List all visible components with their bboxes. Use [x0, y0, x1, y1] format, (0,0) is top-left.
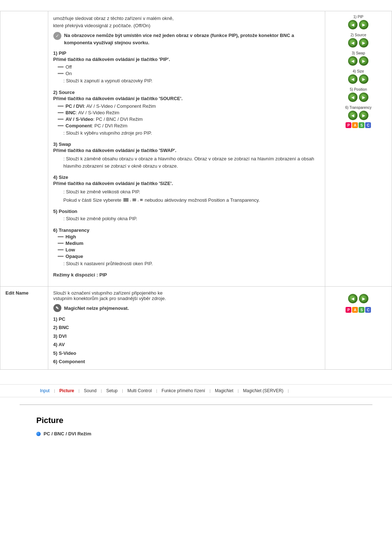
size-btn-right[interactable]: ▶	[359, 74, 368, 84]
source-av-bold: AV / S-Video	[66, 116, 93, 122]
position-btn-right-inner: ▶	[360, 94, 367, 100]
edit-name-btn-right[interactable]: ▶	[359, 294, 368, 303]
left-arrow-icon: ◀	[351, 41, 354, 45]
nav-multi-control[interactable]: Multi Control	[124, 387, 155, 394]
nav-sep-1: |	[53, 389, 56, 393]
size-btn-left[interactable]: ◀	[348, 74, 358, 84]
swap-side-label: 3) Swap	[330, 51, 387, 55]
left-arrow-icon: ◀	[351, 59, 354, 63]
pasc-s: S	[359, 307, 364, 313]
source-btn-right[interactable]: ▶	[359, 38, 368, 48]
page-wrapper: umožňuje sledovat obraz z těchto zařízen…	[0, 11, 392, 444]
source-comp-text: Component: PC / DVI Režim	[66, 123, 127, 128]
edit-name-content-cell: Slouží k označení vstupního zařízení při…	[48, 287, 325, 370]
nav-bar: Input | Picture | Sound | Setup | Multi …	[0, 384, 392, 397]
intro-text: umožňuje sledovat obraz z těchto zařízen…	[53, 15, 320, 29]
edit-name-item-2: 2) BNC	[53, 323, 320, 332]
edit-name-item-4: 4) AV	[53, 340, 320, 349]
size-medium-icon	[132, 198, 136, 201]
warning-text: Na obrazovce nemůže být umístěn více než…	[64, 32, 320, 46]
pasc-p: P	[346, 122, 351, 128]
source-btn-left[interactable]: ◀	[348, 38, 358, 48]
intro-line2: které překrývá videosignál z počítače. (…	[53, 23, 151, 28]
right-arrow-icon: ▶	[362, 59, 365, 63]
pip-btn-left[interactable]: ◀	[348, 20, 358, 29]
checkmark-icon: ✓	[53, 32, 61, 40]
size-section: 4) Size Přímé tlačítko na dálkovém ovlád…	[53, 175, 320, 204]
transparency-btn-right-inner: ▶	[360, 112, 367, 119]
transparency-side-section: 6) Transparency ◀ ▶	[330, 106, 387, 128]
nav-setup[interactable]: Setup	[103, 387, 121, 394]
position-side-label: 5) Position	[330, 87, 387, 91]
pasc-s: S	[359, 122, 364, 128]
size-icons: , ,	[123, 197, 143, 203]
dash-icon	[58, 249, 64, 250]
left-arrow-icon: ◀	[351, 95, 354, 99]
right-arrow-icon: ▶	[362, 77, 365, 81]
swap-btn-left[interactable]: ◀	[348, 56, 358, 66]
warning-box: ✓ Na obrazovce nemůže být umístěn více n…	[53, 32, 320, 46]
position-btn-left[interactable]: ◀	[348, 93, 358, 102]
dash-icon	[58, 73, 64, 74]
edit-name-side-cell: ◀ ▶ P A S	[325, 287, 392, 370]
edit-name-item-3: 3) DVI	[53, 332, 320, 340]
swap-desc: : Slouží k záměně obsahu obrazu v obraze…	[64, 155, 320, 169]
pip-on-label: On	[66, 71, 72, 76]
nav-funkce[interactable]: Funkce přímého řízení	[158, 387, 209, 394]
source-btn-pair: ◀ ▶	[330, 38, 387, 48]
transparency-low-label: Low	[66, 247, 75, 253]
nav-sep-6: |	[209, 389, 211, 393]
edit-name-btn-left[interactable]: ◀	[348, 294, 358, 303]
size-title: 4) Size	[53, 175, 320, 180]
swap-btn-left-inner: ◀	[350, 58, 356, 64]
nav-magicnet-server[interactable]: MagicNet (SERVER)	[240, 387, 287, 394]
source-comp-option: Component: PC / DVI Režim	[58, 123, 320, 128]
picture-title: Picture	[36, 416, 356, 425]
nav-items: Input | Picture | Sound | Setup | Multi …	[0, 387, 392, 394]
pip-btn-left-inner: ◀	[350, 21, 356, 28]
pip-btn-right[interactable]: ▶	[359, 20, 368, 29]
modes-title: Režimy k dispozici : PIP	[53, 272, 320, 278]
size-btn-right-inner: ▶	[360, 76, 367, 82]
pip-title: 1) PIP	[53, 50, 320, 56]
size-desc3-text: nebudou aktivovány možnosti Position a T…	[145, 197, 260, 203]
transparency-btn-left[interactable]: ◀	[348, 111, 358, 120]
right-arrow-icon: ▶	[362, 114, 365, 118]
size-desc2: Pokud v části Size vyberete , , nebudou …	[64, 197, 320, 204]
dash-icon	[58, 125, 64, 126]
edit-name-content: Slouží k označení vstupního zařízení při…	[53, 290, 320, 366]
source-title: 2) Source	[53, 90, 320, 95]
source-side-section: 2) Source ◀ ▶	[330, 33, 387, 48]
picture-subtitle-text: PC / BNC / DVI Režim	[44, 431, 91, 436]
size-btn-pair: ◀ ▶	[330, 74, 387, 84]
edit-name-btn-pair: ◀ ▶	[330, 294, 387, 303]
transparency-btn-pair: ◀ ▶	[330, 111, 387, 120]
source-av-rest: : PC / BNC / DVI Režim	[93, 116, 143, 122]
swap-btn-right[interactable]: ▶	[359, 56, 368, 66]
pip-btn-right-inner: ▶	[360, 21, 367, 28]
nav-input[interactable]: Input	[36, 387, 53, 394]
position-btn-pair: ◀ ▶	[330, 93, 387, 102]
transparency-high-label: High	[66, 234, 76, 239]
source-bnc-bold: BNC	[66, 110, 76, 115]
right-arrow-icon: ▶	[362, 297, 365, 301]
dash-icon	[58, 106, 64, 107]
magicnet-warning-box: ✎ MagicNet nelze přejmenovat.	[53, 304, 320, 312]
edit-name-pasc-badge: P A S C	[346, 307, 371, 313]
nav-magicnet[interactable]: MagicNet	[211, 387, 237, 394]
nav-picture[interactable]: Picture	[56, 387, 78, 394]
edit-name-btn-right-inner: ▶	[360, 295, 367, 302]
edit-name-list: 1) PC 2) BNC 3) DVI 4) AV 5) S-Video 6) …	[53, 315, 320, 366]
picture-subtitle: PC / BNC / DVI Režim	[36, 431, 356, 436]
position-btn-right[interactable]: ▶	[359, 93, 368, 102]
nav-sep-5: |	[155, 389, 158, 393]
edit-name-item-1: 1) PC	[53, 315, 320, 323]
swap-btn-right-inner: ▶	[360, 58, 367, 64]
transparency-btn-right[interactable]: ▶	[359, 111, 368, 120]
nav-sep-4: |	[121, 389, 124, 393]
dash-icon	[58, 236, 64, 237]
side-col: 1) PIP ◀ ▶	[325, 11, 392, 287]
nav-sound[interactable]: Sound	[80, 387, 100, 394]
main-content-cell: umožňuje sledovat obraz z těchto zařízen…	[48, 11, 325, 287]
source-comp-rest: : PC / DVI Režim	[92, 123, 127, 128]
